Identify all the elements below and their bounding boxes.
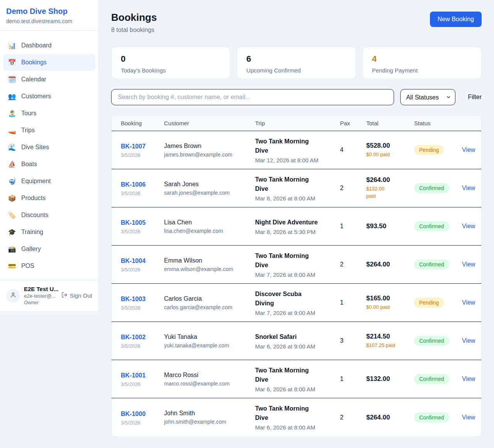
sidebar-item-trips[interactable]: 🚤 Trips xyxy=(3,122,95,139)
sidebar-item-label: Products xyxy=(21,195,46,202)
sidebar-item-training[interactable]: 🎓 Training xyxy=(3,224,95,241)
booking-id-link[interactable]: BK-1000 xyxy=(121,409,145,419)
booking-cell: BK-1004 3/5/2026 xyxy=(121,256,164,273)
trip-name: Two Tank Morning Dive xyxy=(255,404,321,423)
booking-date: 3/5/2026 xyxy=(121,190,159,196)
action-cell: View xyxy=(462,185,481,192)
action-cell: View xyxy=(462,147,481,153)
trip-datetime: Mar 6, 2026 at 8:00 AM xyxy=(255,386,335,392)
page-header-text: Bookings 8 total bookings xyxy=(111,12,157,34)
sidebar-item-tours[interactable]: 🏝️ Tours xyxy=(3,105,95,122)
stat-label: Pending Payment xyxy=(372,67,472,74)
booking-id-link[interactable]: BK-1005 xyxy=(121,218,145,227)
sidebar-item-customers[interactable]: 👥 Customers xyxy=(3,88,95,105)
graduation-cap-icon: 🎓 xyxy=(8,228,16,236)
trip-cell: Two Tank Morning Dive Mar 8, 2026 at 8:0… xyxy=(255,175,340,202)
status-badge: Pending xyxy=(414,145,444,155)
trip-name: Discover Scuba Diving xyxy=(255,290,321,308)
sidebar-item-discounts[interactable]: 🏷️ Discounts xyxy=(3,207,95,224)
status-cell: Confirmed xyxy=(414,336,462,346)
sidebar-item-label: POS xyxy=(21,263,34,269)
sidebar-item-equipment[interactable]: 🤿 Equipment xyxy=(3,173,95,190)
table-row: BK-1004 3/5/2026 Emma Wilson emma.wilson… xyxy=(112,246,481,284)
trip-datetime: Mar 6, 2026 at 9:00 AM xyxy=(255,343,335,350)
total-amount: $528.00 xyxy=(366,142,409,150)
new-booking-button[interactable]: New Booking xyxy=(430,12,482,27)
stats-row: 0 Today's Bookings 6 Upcoming Confirmed … xyxy=(111,47,482,79)
view-link[interactable]: View xyxy=(462,261,475,268)
credit-card-icon: 💳 xyxy=(8,262,16,270)
column-header-total: Total xyxy=(366,120,414,126)
table-row: BK-1002 3/5/2026 Yuki Tanaka yuki.tanaka… xyxy=(112,322,481,360)
column-header-pax: Pax xyxy=(340,120,366,126)
camera-icon: 📸 xyxy=(8,245,16,253)
people-icon: 👥 xyxy=(8,93,16,101)
sidebar-item-pos[interactable]: 💳 POS xyxy=(3,258,95,275)
table-row: BK-1003 3/5/2026 Carlos Garcia carlos.ga… xyxy=(112,284,481,322)
booking-date: 3/5/2026 xyxy=(121,381,159,387)
booking-cell: BK-1000 3/5/2026 xyxy=(121,409,164,426)
sidebar-item-label: Customers xyxy=(21,93,51,100)
stat-card: 6 Upcoming Confirmed xyxy=(237,47,356,79)
search-input[interactable] xyxy=(111,89,394,105)
view-link[interactable]: View xyxy=(462,185,475,191)
action-cell: View xyxy=(462,261,481,268)
table-row: BK-1005 3/5/2026 Lisa Chen lisa.chen@exa… xyxy=(112,207,481,246)
sidebar-item-boats[interactable]: ⛵ Boats xyxy=(3,156,95,173)
sidebar-item-products[interactable]: 📦 Products xyxy=(3,190,95,207)
sidebar-item-bookings[interactable]: 📅 Bookings xyxy=(3,54,95,71)
sidebar-item-dive-sites[interactable]: 🌊 Dive Sites xyxy=(3,139,95,156)
wave-icon: 🌊 xyxy=(8,143,16,152)
trip-datetime: Mar 12, 2026 at 8:00 AM xyxy=(255,157,335,163)
trip-datetime: Mar 8, 2026 at 8:00 AM xyxy=(255,195,335,202)
tag-icon: 🏷️ xyxy=(8,211,16,219)
sign-out-label: Sign Out xyxy=(70,292,92,299)
booking-id-link[interactable]: BK-1001 xyxy=(121,371,145,380)
customer-cell: John Smith john.smith@example.com xyxy=(164,410,255,425)
view-link[interactable]: View xyxy=(462,414,475,421)
total-cell: $264.00 $132.00 paid xyxy=(366,176,414,200)
sidebar-item-calendar[interactable]: 🗓️ Calendar xyxy=(3,71,95,88)
booking-cell: BK-1006 3/5/2026 xyxy=(121,180,164,196)
booking-date: 3/5/2026 xyxy=(121,152,159,158)
customer-cell: Yuki Tanaka yuki.tanaka@example.com xyxy=(164,333,255,349)
trip-name: Snorkel Safari xyxy=(255,332,321,342)
view-link[interactable]: View xyxy=(462,376,475,382)
sidebar-item-gallery[interactable]: 📸 Gallery xyxy=(3,241,95,258)
bar-chart-icon: 📊 xyxy=(8,42,16,50)
total-cell: $132.00 xyxy=(366,375,414,383)
booking-id-link[interactable]: BK-1002 xyxy=(121,333,145,342)
sign-out-button[interactable]: Sign Out xyxy=(61,292,92,299)
total-amount: $264.00 xyxy=(366,176,409,184)
table-row: BK-1006 3/5/2026 Sarah Jones sarah.jones… xyxy=(112,169,481,207)
booking-id-link[interactable]: BK-1004 xyxy=(121,256,145,266)
trip-datetime: Mar 7, 2026 at 9:00 AM xyxy=(255,310,335,316)
brand: Demo Dive Shop demo.test.divestreams.com xyxy=(0,0,98,31)
booking-id-link[interactable]: BK-1003 xyxy=(121,295,145,304)
booking-cell: BK-1005 3/5/2026 xyxy=(121,218,164,234)
app-root: Demo Dive Shop demo.test.divestreams.com… xyxy=(0,0,494,448)
total-cell: $528.00 $0.00 paid xyxy=(366,142,414,158)
booking-id-link[interactable]: BK-1006 xyxy=(121,180,145,189)
action-cell: View xyxy=(462,299,481,306)
user-email: e2e-tester@... xyxy=(24,293,58,299)
status-cell: Confirmed xyxy=(414,221,462,231)
package-icon: 📦 xyxy=(8,194,16,202)
user-box: E2E Test U... e2e-tester@... Owner Sign … xyxy=(0,280,98,312)
customer-cell: Marco Rossi marco.rossi@example.com xyxy=(164,372,255,387)
view-link[interactable]: View xyxy=(462,337,475,344)
page-header: Bookings 8 total bookings New Booking xyxy=(111,12,482,34)
customer-email: emma.wilson@example.com xyxy=(164,266,250,272)
status-select[interactable]: All Statuses xyxy=(400,89,455,105)
view-link[interactable]: View xyxy=(462,299,475,306)
column-header-status: Status xyxy=(414,120,462,126)
trip-cell: Discover Scuba Diving Mar 7, 2026 at 9:0… xyxy=(255,290,340,316)
booking-id-link[interactable]: BK-1007 xyxy=(121,142,145,151)
view-link[interactable]: View xyxy=(462,223,475,229)
paid-amount: $132.00 paid xyxy=(366,185,391,200)
brand-title: Demo Dive Shop xyxy=(6,7,92,16)
filter-button[interactable]: Filter xyxy=(468,94,482,101)
table-header-row: Booking Customer Trip Pax Total Status xyxy=(112,116,481,131)
view-link[interactable]: View xyxy=(462,147,475,153)
sidebar-item-dashboard[interactable]: 📊 Dashboard xyxy=(3,37,95,54)
